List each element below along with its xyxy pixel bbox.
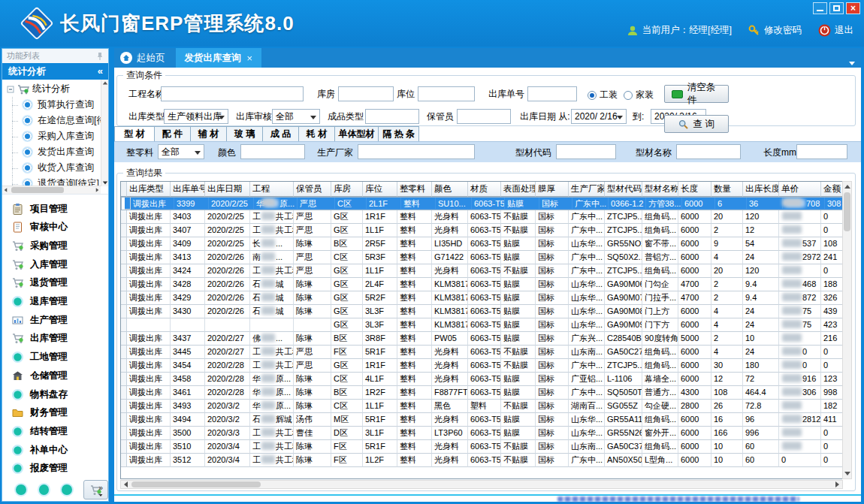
column-header[interactable]: 单价	[779, 182, 821, 197]
column-header[interactable]: 金额	[821, 182, 844, 197]
sidebar-item-6[interactable]: 生产管理	[2, 312, 108, 328]
scroll-right-icon[interactable]	[96, 188, 99, 192]
column-header[interactable]: 表面处理	[501, 182, 536, 197]
tab-active[interactable]: 发货出库查询 ×	[176, 48, 262, 68]
column-header[interactable]: 型材名称	[642, 182, 678, 197]
tree-item-2[interactable]: 采购入库查询	[2, 128, 108, 144]
table-row[interactable]: 调拨出库34932020/3/2华原...陈琳C区1L1F整料黑色塑料不贴膜国标…	[121, 400, 844, 413]
sidebar-item-2[interactable]: 采购管理	[2, 237, 108, 254]
column-header[interactable]: 出库单号	[171, 182, 205, 197]
close-button[interactable]: ×	[846, 2, 860, 14]
sidebar-item-12[interactable]: 结转管理	[2, 423, 108, 439]
pin-icon[interactable]	[96, 52, 104, 60]
scrollbar-thumb[interactable]	[131, 481, 261, 487]
column-header[interactable]: 出库日期	[205, 182, 250, 197]
scrollbar-thumb[interactable]	[11, 187, 64, 193]
column-header[interactable]: 材质	[468, 182, 501, 197]
scroll-down-icon[interactable]	[843, 469, 851, 478]
overflow-chevron-icon[interactable]: »	[98, 484, 104, 498]
clear-conditions-button[interactable]: 清空条件	[664, 85, 729, 103]
table-row[interactable]: 调拨出库35102020/3/4工共工程陈琳F区5R1F整料光身料6063-T5…	[121, 440, 844, 454]
column-header[interactable]: 颜色	[432, 182, 468, 197]
material-tab-5[interactable]: 耗 材	[299, 126, 335, 142]
order-no-input[interactable]	[527, 86, 577, 101]
table-row[interactable]: G区3L3F整料KLM38176063-T5贴膜国标山东华...GA90M09.…	[121, 318, 844, 332]
name-input[interactable]	[676, 144, 741, 159]
warehouse-input[interactable]	[338, 86, 394, 101]
table-row[interactable]: 调拨出库34092020/2/25长...陈琳B区2R5F整料LI35HD606…	[121, 237, 844, 251]
collapse-icon[interactable]: «	[98, 63, 103, 80]
table-row[interactable]: 调拨出库34072020/2/25工共工程严思G区1L1F整料光身料6063-T…	[121, 224, 844, 237]
scroll-up-icon[interactable]	[843, 182, 851, 192]
expander-icon[interactable]	[7, 86, 14, 93]
material-tab-7[interactable]: 隔 热 条	[379, 126, 419, 142]
color-input[interactable]	[240, 144, 305, 159]
table-row[interactable]: 调拨出库34292020/2/26石城陈琳G区5R2F整料KLM38176063…	[121, 291, 844, 305]
table-row[interactable]: 调拨出库34032020/2/25工共工程严思G区1R1F整料光身料6063-T…	[121, 210, 844, 224]
material-tab-1[interactable]: 配 件	[155, 126, 191, 142]
tab-overflow-icon[interactable]	[849, 55, 855, 68]
sidebar-item-14[interactable]: 报废管理	[2, 460, 108, 477]
table-row[interactable]: 调拨出库34302020/2/26石城陈琳G区3L3F整料KLM38176063…	[121, 305, 844, 318]
material-tab-3[interactable]: 玻 璃	[227, 126, 263, 142]
quickbar-dot-icon[interactable]	[60, 483, 74, 496]
maximize-button[interactable]	[829, 2, 844, 14]
column-header[interactable]: 长度	[678, 182, 711, 197]
column-header[interactable]: 膜厚	[536, 182, 569, 197]
close-tab-icon[interactable]: ×	[247, 53, 253, 64]
date-from-select[interactable]: 2020/ 2/16	[571, 109, 627, 124]
whole-select[interactable]: 全部	[158, 144, 204, 159]
table-row[interactable]: 调拨出库34942020/3/2石辉城汤伟M区5R1F整料光身料6063-T5贴…	[121, 413, 844, 427]
table-row[interactable]: 调拨出库34582020/2/28华原...陈琳C区4L1F整料光身料6063-…	[121, 373, 844, 386]
table-row[interactable]: 调拨出库34242020/2/26工共工程严思G区1L1F整料光身料6063-T…	[121, 264, 844, 278]
column-header[interactable]: 生产厂家	[569, 182, 605, 197]
tree-item-3[interactable]: 发货出库查询	[2, 144, 108, 160]
code-input[interactable]	[556, 144, 616, 159]
tab-home[interactable]: 起始页	[114, 48, 176, 68]
scroll-up-icon[interactable]	[103, 82, 107, 85]
tree-item-0[interactable]: 预算执行查询	[2, 97, 108, 113]
table-row[interactable]: 调拨出库34372020/2/27佛...陈琳B区3R8F整料PW056063-…	[121, 332, 844, 346]
change-password-button[interactable]: 修改密码	[748, 24, 802, 37]
scroll-left-icon[interactable]	[5, 188, 8, 192]
sidebar-item-11[interactable]: 财务管理	[2, 405, 108, 421]
material-tab-6[interactable]: 单体型材	[335, 126, 379, 142]
column-header[interactable]: 库房	[331, 182, 363, 197]
location-input[interactable]	[418, 86, 475, 101]
table-row[interactable]: 调拨出库35122020/3/4工共工程陈琳F区1L2F整料光身料6063-T5…	[121, 454, 844, 467]
column-header[interactable]: 型材代码	[605, 182, 642, 197]
sidebar-item-0[interactable]: 项目管理	[2, 201, 108, 217]
sidebar-item-1[interactable]: 审核中心	[2, 219, 108, 236]
scroll-down-icon[interactable]	[103, 182, 107, 185]
table-row[interactable]: 调拨出库34612020/2/28华原...陈琳B区1R2F整料F8877FT6…	[121, 386, 844, 400]
sidebar-item-5[interactable]: 退库管理	[2, 294, 108, 310]
column-header[interactable]: 工程	[250, 182, 294, 197]
sidebar-item-4[interactable]: 退货管理	[2, 275, 108, 291]
table-row[interactable]: 调拨出库33992020/2/25华原...严思C区2L1F整料SU10...6…	[121, 197, 844, 210]
minimize-button[interactable]	[813, 2, 827, 14]
sidebar-item-10[interactable]: 物料盘存	[2, 386, 108, 403]
scroll-left-icon[interactable]	[121, 481, 131, 488]
quickbar-dot-icon[interactable]	[38, 483, 51, 496]
quickbar-cart-button[interactable]	[83, 480, 108, 499]
out-type-select[interactable]: 生产领料出库	[164, 109, 228, 124]
logout-button[interactable]: 退出	[818, 24, 853, 37]
length-input[interactable]	[796, 144, 847, 159]
project-name-input[interactable]	[161, 86, 304, 101]
sidebar-item-3[interactable]: 入库管理	[2, 256, 108, 273]
column-header[interactable]: 出库长度	[743, 182, 779, 197]
tree-item-1[interactable]: 在途信息查询[待	[2, 113, 108, 128]
column-header[interactable]: 保管员	[294, 182, 331, 197]
column-header[interactable]: 出库类型	[127, 182, 171, 197]
sidebar-item-7[interactable]: 出库管理	[2, 330, 108, 347]
sidebar-item-13[interactable]: 补单中心	[2, 442, 108, 458]
sidebar-group-header[interactable]: 统计分析 «	[2, 63, 108, 80]
material-tab-4[interactable]: 成 品	[263, 126, 299, 142]
sidebar-item-9[interactable]: 仓储管理	[2, 367, 108, 384]
column-header[interactable]: 库位	[363, 182, 397, 197]
material-tab-2[interactable]: 辅 材	[191, 126, 227, 142]
table-row[interactable]: 调拨出库34282020/2/26石城陈琳G区2L4F整料KLM38176063…	[121, 278, 844, 291]
tree-item-4[interactable]: 收货入库查询	[2, 160, 108, 176]
quickbar-dot-icon[interactable]	[14, 483, 28, 496]
grid-horizontal-scrollbar[interactable]	[120, 480, 843, 489]
